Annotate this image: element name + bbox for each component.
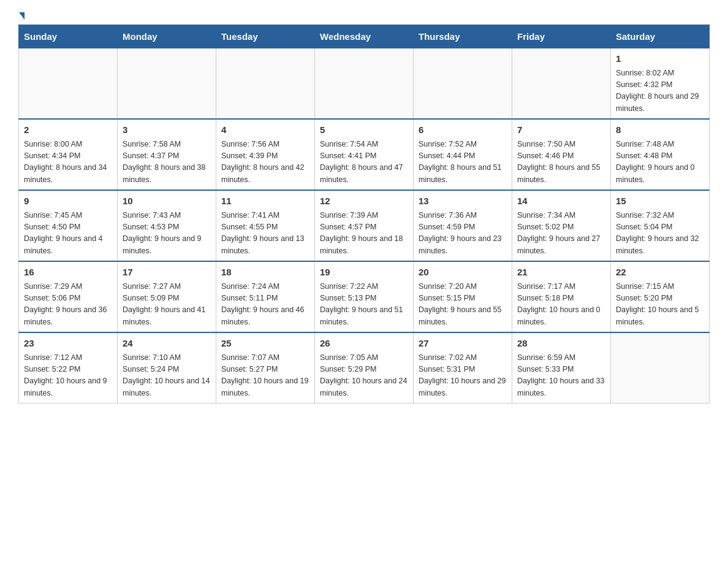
day-number: 25 — [221, 337, 309, 351]
calendar-cell: 18Sunrise: 7:24 AMSunset: 5:11 PMDayligh… — [216, 261, 315, 332]
day-info: Sunrise: 7:24 AMSunset: 5:11 PMDaylight:… — [221, 281, 309, 329]
day-number: 19 — [320, 266, 408, 280]
calendar-cell: 10Sunrise: 7:43 AMSunset: 4:53 PMDayligh… — [118, 190, 216, 261]
day-number: 3 — [123, 123, 211, 137]
calendar-cell: 4Sunrise: 7:56 AMSunset: 4:39 PMDaylight… — [216, 119, 315, 190]
day-number: 14 — [517, 194, 605, 209]
calendar-cell: 26Sunrise: 7:05 AMSunset: 5:29 PMDayligh… — [315, 332, 414, 404]
day-info: Sunrise: 7:36 AMSunset: 4:59 PMDaylight:… — [419, 210, 507, 258]
calendar-cell: 22Sunrise: 7:15 AMSunset: 5:20 PMDayligh… — [611, 261, 710, 332]
day-number: 9 — [24, 194, 112, 209]
calendar-cell: 19Sunrise: 7:22 AMSunset: 5:13 PMDayligh… — [315, 261, 414, 332]
day-info: Sunrise: 7:22 AMSunset: 5:13 PMDaylight:… — [320, 281, 408, 329]
day-number: 27 — [419, 337, 507, 351]
calendar-cell: 8Sunrise: 7:48 AMSunset: 4:48 PMDaylight… — [611, 119, 710, 190]
calendar-cell: 21Sunrise: 7:17 AMSunset: 5:18 PMDayligh… — [512, 261, 611, 332]
calendar-cell: 11Sunrise: 7:41 AMSunset: 4:55 PMDayligh… — [216, 190, 315, 261]
day-info: Sunrise: 7:50 AMSunset: 4:46 PMDaylight:… — [517, 139, 605, 186]
day-number: 17 — [123, 266, 211, 280]
day-number: 4 — [221, 123, 309, 137]
day-info: Sunrise: 6:59 AMSunset: 5:33 PMDaylight:… — [517, 352, 605, 400]
day-number: 28 — [517, 337, 605, 351]
weekday-header-thursday: Thursday — [414, 25, 512, 48]
calendar-week-row: 1Sunrise: 8:02 AMSunset: 4:32 PMDaylight… — [19, 48, 710, 120]
calendar-cell: 23Sunrise: 7:12 AMSunset: 5:22 PMDayligh… — [19, 332, 118, 404]
calendar-cell: 13Sunrise: 7:36 AMSunset: 4:59 PMDayligh… — [414, 190, 512, 261]
day-number: 13 — [419, 194, 507, 209]
weekday-header-monday: Monday — [118, 25, 216, 48]
calendar-cell — [19, 48, 118, 120]
day-number: 11 — [221, 194, 309, 209]
day-info: Sunrise: 7:20 AMSunset: 5:15 PMDaylight:… — [419, 281, 507, 329]
day-info: Sunrise: 7:45 AMSunset: 4:50 PMDaylight:… — [24, 210, 112, 258]
day-number: 15 — [616, 194, 704, 209]
page-header — [18, 12, 710, 18]
day-number: 21 — [517, 266, 605, 280]
calendar-week-row: 16Sunrise: 7:29 AMSunset: 5:06 PMDayligh… — [19, 261, 710, 332]
calendar-cell: 3Sunrise: 7:58 AMSunset: 4:37 PMDaylight… — [118, 119, 216, 190]
calendar-cell — [315, 48, 414, 120]
day-number: 22 — [616, 266, 704, 280]
calendar-cell: 5Sunrise: 7:54 AMSunset: 4:41 PMDaylight… — [315, 119, 414, 190]
day-info: Sunrise: 7:12 AMSunset: 5:22 PMDaylight:… — [24, 352, 112, 400]
calendar-cell: 7Sunrise: 7:50 AMSunset: 4:46 PMDaylight… — [512, 119, 611, 190]
day-number: 6 — [419, 123, 507, 137]
logo-arrow-icon — [19, 12, 25, 20]
calendar-cell: 27Sunrise: 7:02 AMSunset: 5:31 PMDayligh… — [414, 332, 512, 404]
day-info: Sunrise: 7:32 AMSunset: 5:04 PMDaylight:… — [616, 210, 704, 258]
day-info: Sunrise: 7:10 AMSunset: 5:24 PMDaylight:… — [123, 352, 211, 400]
day-info: Sunrise: 7:02 AMSunset: 5:31 PMDaylight:… — [419, 352, 507, 400]
calendar-cell: 17Sunrise: 7:27 AMSunset: 5:09 PMDayligh… — [118, 261, 216, 332]
calendar-cell: 12Sunrise: 7:39 AMSunset: 4:57 PMDayligh… — [315, 190, 414, 261]
day-info: Sunrise: 7:17 AMSunset: 5:18 PMDaylight:… — [517, 281, 605, 329]
day-info: Sunrise: 7:34 AMSunset: 5:02 PMDaylight:… — [517, 210, 605, 258]
calendar-cell: 15Sunrise: 7:32 AMSunset: 5:04 PMDayligh… — [611, 190, 710, 261]
calendar-cell: 28Sunrise: 6:59 AMSunset: 5:33 PMDayligh… — [512, 332, 611, 404]
day-info: Sunrise: 7:29 AMSunset: 5:06 PMDaylight:… — [24, 281, 112, 329]
day-info: Sunrise: 8:00 AMSunset: 4:34 PMDaylight:… — [24, 139, 112, 186]
calendar-cell: 24Sunrise: 7:10 AMSunset: 5:24 PMDayligh… — [118, 332, 216, 404]
calendar-week-row: 9Sunrise: 7:45 AMSunset: 4:50 PMDaylight… — [19, 190, 710, 261]
day-number: 1 — [616, 52, 704, 66]
calendar-cell: 14Sunrise: 7:34 AMSunset: 5:02 PMDayligh… — [512, 190, 611, 261]
day-number: 10 — [123, 194, 211, 209]
calendar-cell: 6Sunrise: 7:52 AMSunset: 4:44 PMDaylight… — [414, 119, 512, 190]
weekday-header-tuesday: Tuesday — [216, 25, 315, 48]
day-number: 5 — [320, 123, 408, 137]
day-info: Sunrise: 7:48 AMSunset: 4:48 PMDaylight:… — [616, 139, 704, 186]
calendar-cell — [414, 48, 512, 120]
weekday-header-friday: Friday — [512, 25, 611, 48]
calendar-cell: 20Sunrise: 7:20 AMSunset: 5:15 PMDayligh… — [414, 261, 512, 332]
day-info: Sunrise: 7:07 AMSunset: 5:27 PMDaylight:… — [221, 352, 309, 400]
weekday-header-wednesday: Wednesday — [315, 25, 414, 48]
calendar-cell — [216, 48, 315, 120]
calendar-week-row: 2Sunrise: 8:00 AMSunset: 4:34 PMDaylight… — [19, 119, 710, 190]
day-number: 7 — [517, 123, 605, 137]
calendar-week-row: 23Sunrise: 7:12 AMSunset: 5:22 PMDayligh… — [19, 332, 710, 404]
day-info: Sunrise: 7:43 AMSunset: 4:53 PMDaylight:… — [123, 210, 211, 258]
day-info: Sunrise: 8:02 AMSunset: 4:32 PMDaylight:… — [616, 67, 704, 115]
calendar-cell — [512, 48, 611, 120]
calendar-cell: 9Sunrise: 7:45 AMSunset: 4:50 PMDaylight… — [19, 190, 118, 261]
day-number: 12 — [320, 194, 408, 209]
day-number: 18 — [221, 266, 309, 280]
day-info: Sunrise: 7:39 AMSunset: 4:57 PMDaylight:… — [320, 210, 408, 258]
day-number: 2 — [24, 123, 112, 137]
calendar-cell: 1Sunrise: 8:02 AMSunset: 4:32 PMDaylight… — [611, 48, 710, 120]
day-info: Sunrise: 7:15 AMSunset: 5:20 PMDaylight:… — [616, 281, 704, 329]
day-number: 20 — [419, 266, 507, 280]
calendar-header-row: SundayMondayTuesdayWednesdayThursdayFrid… — [19, 25, 710, 48]
logo — [18, 12, 25, 18]
day-number: 16 — [24, 266, 112, 280]
weekday-header-saturday: Saturday — [611, 25, 710, 48]
day-info: Sunrise: 7:41 AMSunset: 4:55 PMDaylight:… — [221, 210, 309, 258]
day-number: 23 — [24, 337, 112, 351]
calendar-cell: 16Sunrise: 7:29 AMSunset: 5:06 PMDayligh… — [19, 261, 118, 332]
day-number: 26 — [320, 337, 408, 351]
day-info: Sunrise: 7:54 AMSunset: 4:41 PMDaylight:… — [320, 139, 408, 186]
day-info: Sunrise: 7:05 AMSunset: 5:29 PMDaylight:… — [320, 352, 408, 400]
day-info: Sunrise: 7:52 AMSunset: 4:44 PMDaylight:… — [419, 139, 507, 186]
calendar-cell: 2Sunrise: 8:00 AMSunset: 4:34 PMDaylight… — [19, 119, 118, 190]
weekday-header-sunday: Sunday — [19, 25, 118, 48]
calendar-table: SundayMondayTuesdayWednesdayThursdayFrid… — [18, 25, 710, 404]
